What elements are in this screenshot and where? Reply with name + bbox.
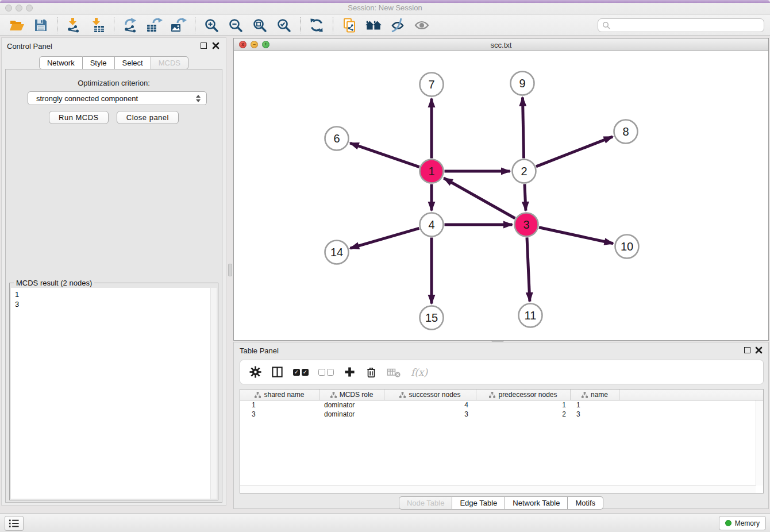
search-field[interactable] [598, 18, 764, 32]
result-scrollbar[interactable] [210, 288, 217, 499]
mcds-result-group: MCDS result (2 nodes) 13 [9, 283, 218, 500]
table-close-icon[interactable] [755, 346, 763, 354]
column-header-shared-name[interactable]: shared name [240, 390, 319, 400]
tab-select[interactable]: Select [115, 56, 151, 70]
table-row[interactable]: 1dominator411 [240, 400, 763, 410]
network-graph: 1234678910111415 [234, 51, 768, 340]
toolbar-separator [114, 17, 114, 33]
table-cell[interactable]: dominator [319, 410, 384, 419]
graph-node-label: 14 [330, 246, 343, 259]
control-panel-title: Control Panel [7, 42, 52, 51]
settings-gear-icon[interactable] [249, 366, 261, 378]
open-session-icon[interactable] [8, 17, 25, 34]
table-cell[interactable]: 1 [476, 400, 571, 410]
close-panel-icon[interactable] [212, 42, 220, 49]
column-header-successor-nodes[interactable]: successor nodes [384, 390, 476, 400]
graph-edge-3-11[interactable] [527, 237, 530, 301]
run-mcds-button[interactable]: Run MCDS [49, 111, 109, 124]
table-cell[interactable]: 3 [571, 410, 619, 419]
network-window-titlebar[interactable]: x – + scc.txt [234, 38, 768, 51]
first-neighbors-icon[interactable] [308, 17, 325, 34]
control-panel: Control Panel NetworkStyleSelectMCDS Opt… [1, 37, 226, 506]
column-header-name[interactable]: name [571, 390, 619, 400]
tab-network-table[interactable]: Network Table [505, 496, 568, 510]
toolbar-separator [57, 17, 57, 33]
graph-node-label: 6 [333, 132, 340, 145]
export-table-icon[interactable] [146, 17, 163, 34]
zoom-fit-icon[interactable] [251, 17, 268, 34]
zoom-selected-icon[interactable] [275, 17, 292, 34]
select-chevrons-icon [196, 95, 201, 102]
delete-column-icon[interactable] [365, 366, 377, 379]
column-type-icon [489, 392, 495, 398]
mcds-result-list[interactable]: 13 [11, 288, 217, 499]
graph-edge-2-8[interactable] [536, 137, 613, 167]
export-image-icon[interactable] [170, 17, 187, 34]
table-float-icon[interactable] [744, 347, 750, 353]
graph-edge-3-1[interactable] [444, 178, 515, 218]
task-history-button[interactable] [5, 516, 24, 531]
tab-style[interactable]: Style [83, 56, 115, 70]
mcds-result-item[interactable]: 3 [11, 299, 217, 309]
tab-network[interactable]: Network [39, 56, 83, 70]
column-header-MCDS-role[interactable]: MCDS role [319, 390, 384, 400]
save-session-icon[interactable] [32, 17, 49, 34]
graph-edge-3-10[interactable] [539, 228, 613, 244]
graph-edge-2-3[interactable] [525, 184, 526, 210]
column-header-predecessor-nodes[interactable]: predecessor nodes [476, 390, 571, 400]
graph-node-label: 9 [519, 77, 525, 90]
table-cell[interactable]: 4 [384, 400, 476, 410]
graph-edge-4-14[interactable] [351, 228, 419, 248]
panel-columns-icon[interactable] [271, 366, 283, 378]
tab-mcds[interactable]: MCDS [151, 56, 188, 70]
show-graphics-icon[interactable] [413, 17, 430, 34]
close-panel-button[interactable]: Close panel [117, 111, 179, 124]
window-titlebar: Session: New Session [0, 0, 770, 15]
table-cell[interactable]: 1 [240, 400, 319, 410]
import-table-icon[interactable] [89, 17, 106, 34]
table-cell[interactable]: dominator [319, 400, 384, 410]
column-header-filler [619, 390, 763, 400]
memory-button[interactable]: Memory [719, 516, 766, 530]
select-all-icon[interactable]: ✓✓ [293, 369, 309, 376]
graph-edge-1-6[interactable] [350, 143, 419, 167]
table-cell[interactable]: 1 [571, 400, 619, 410]
graph-node-label: 2 [521, 165, 527, 178]
home-layout-icon[interactable] [365, 17, 382, 34]
table-vertical-scrollbar[interactable] [756, 400, 763, 485]
hide-details-icon[interactable] [389, 17, 406, 34]
zoom-out-icon[interactable] [227, 17, 244, 34]
graph-edge-2-9[interactable] [522, 97, 523, 158]
mcds-result-item[interactable]: 1 [11, 288, 217, 299]
delete-table-icon[interactable] [387, 366, 401, 379]
table-row[interactable]: 3dominator323 [240, 410, 763, 419]
function-builder-icon[interactable]: f(x) [411, 367, 428, 378]
deselect-all-icon[interactable] [318, 369, 334, 376]
table-panel: Table Panel ✓✓ f(x) shar [233, 342, 769, 509]
zoom-in-icon[interactable] [203, 17, 220, 34]
float-panel-icon[interactable] [201, 43, 207, 49]
table-cell[interactable]: 3 [384, 410, 476, 419]
table-horizontal-scrollbar[interactable] [240, 485, 756, 493]
vertical-splitter-handle[interactable] [228, 264, 232, 276]
application-window: Session: New Session [0, 0, 770, 532]
export-network-icon[interactable] [122, 17, 139, 34]
control-panel-tabs: NetworkStyleSelectMCDS [2, 56, 226, 70]
tab-node-table[interactable]: Node Table [399, 496, 453, 510]
duplicate-network-icon[interactable] [341, 17, 358, 34]
task-list-icon [9, 519, 20, 528]
search-input[interactable] [610, 20, 764, 30]
tab-edge-table[interactable]: Edge Table [452, 496, 505, 510]
import-network-icon[interactable] [65, 17, 82, 34]
node-table: shared nameMCDS rolesuccessor nodesprede… [240, 389, 764, 494]
add-column-icon[interactable] [344, 366, 356, 378]
tab-motifs[interactable]: Motifs [568, 496, 603, 510]
table-toolbar: ✓✓ f(x) [240, 360, 764, 384]
graph-node-label: 11 [525, 309, 537, 322]
toolbar-separator [195, 17, 195, 33]
table-cell[interactable]: 2 [476, 410, 571, 419]
network-canvas[interactable]: 1234678910111415 [234, 51, 768, 340]
table-cell[interactable]: 3 [240, 410, 319, 419]
optimization-criterion-select[interactable]: strongly connected component [28, 91, 207, 105]
titlebar-accent [0, 0, 770, 3]
